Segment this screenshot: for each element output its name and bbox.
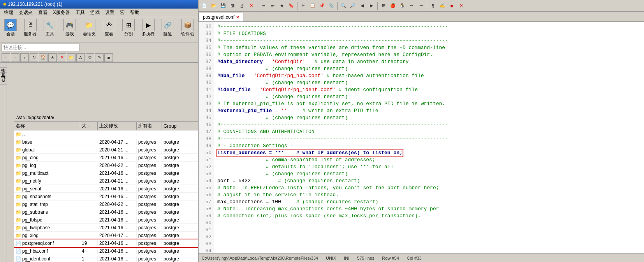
file-cell-name: 📁pg_multixact bbox=[14, 170, 80, 176]
bookmark-btn[interactable]: ★ bbox=[48, 53, 57, 62]
findnext-btn[interactable]: ▶ bbox=[367, 2, 376, 10]
file-cell-owner: postgres bbox=[137, 170, 162, 176]
find-btn[interactable]: 🔍 bbox=[339, 2, 348, 10]
view-btn[interactable]: 👁 查看 bbox=[100, 19, 118, 37]
delete-btn[interactable]: ✕ bbox=[58, 53, 66, 62]
print-btn[interactable]: 🖨 bbox=[238, 2, 246, 10]
file-row[interactable]: 📁pg_subtrans2021-04-16 ...postgrespostgr… bbox=[14, 208, 198, 216]
bookmark2-btn[interactable]: ★ bbox=[278, 2, 286, 10]
filter-btn[interactable]: A bbox=[76, 53, 85, 62]
menu-bar: 终端 会话夹 查看 X服务器 工具 游戏 设置 宏 帮助 bbox=[0, 9, 198, 17]
outdent-btn[interactable]: ⇤ bbox=[268, 2, 277, 10]
file-row[interactable]: 📁pg_log2020-04-22 ...postgrespostgre bbox=[14, 162, 198, 169]
session-folder-btn[interactable]: 📁 会话夹 bbox=[80, 19, 99, 37]
tunnel-btn[interactable]: 🔗 隧道 bbox=[159, 19, 177, 37]
indent-btn[interactable]: ⇥ bbox=[259, 2, 267, 10]
server-btn[interactable]: 🖥 服务器 bbox=[21, 19, 40, 37]
sessions-sidebar-icon[interactable]: 会话夹 bbox=[0, 63, 7, 68]
findprev-btn[interactable]: ◀ bbox=[358, 2, 366, 10]
file-row[interactable]: 📁pg_snapshots2021-04-16 ...postgrespostg… bbox=[14, 193, 198, 200]
close-file-btn[interactable]: ✕ bbox=[247, 2, 255, 10]
paste-btn[interactable]: 📌 bbox=[318, 2, 326, 10]
file-row[interactable]: 📁pg_multixact2021-04-16 ...postgrespostg… bbox=[14, 169, 198, 177]
session-btn[interactable]: 💬 会话 bbox=[2, 19, 20, 37]
file-cell-date: 2021-04-16 ... bbox=[98, 225, 137, 231]
file-cell-name: 📁base bbox=[14, 139, 80, 145]
file-cell-size: 1 bbox=[80, 256, 98, 262]
new-file-btn[interactable]: 📄 bbox=[200, 2, 209, 10]
col-size-header[interactable]: 大... bbox=[80, 122, 98, 130]
menu-games[interactable]: 游戏 bbox=[88, 9, 102, 17]
linux-icon[interactable]: 🐧 bbox=[398, 2, 406, 10]
file-row[interactable]: 📁pg_twophase2021-04-16 ...postgrespostgr… bbox=[14, 224, 198, 232]
menu-view[interactable]: 查看 bbox=[36, 9, 50, 17]
menu-tools[interactable]: 工具 bbox=[73, 9, 87, 17]
color-btn[interactable]: ■ bbox=[447, 2, 456, 10]
file-row[interactable]: 📄postgresql.conf192021-04-16 ...postgres… bbox=[14, 239, 198, 247]
save-btn[interactable]: 💾 bbox=[219, 2, 227, 10]
code-area[interactable]: #---------------------------------------… bbox=[214, 22, 644, 253]
split-btn[interactable]: ⊞ 分割 bbox=[120, 19, 138, 37]
back-btn[interactable]: ← bbox=[2, 53, 10, 62]
file-row[interactable]: 📁global2020-04-21 ...postgrespostgre bbox=[14, 146, 198, 154]
redo-btn[interactable]: ↪ bbox=[417, 2, 425, 10]
menu-settings[interactable]: 设置 bbox=[103, 9, 117, 17]
quick-connect-input[interactable] bbox=[2, 44, 79, 51]
menu-xserver[interactable]: X服务器 bbox=[51, 9, 72, 17]
file-row[interactable]: 📁pg_stat_tmp2020-04-22 ...postgrespostgr… bbox=[14, 200, 198, 208]
col-date-header[interactable]: 上次修改 bbox=[98, 122, 137, 130]
file-row[interactable]: 📁pg_xlog2020-04-17 ...postgrespostgre bbox=[14, 232, 198, 239]
mark-btn[interactable]: 🔖 bbox=[287, 2, 296, 10]
edit-btn[interactable]: ✎ bbox=[95, 53, 104, 62]
new-folder-btn[interactable]: 📁 bbox=[67, 53, 76, 62]
settings2-btn[interactable]: ⚙ bbox=[86, 53, 94, 62]
col-group-header[interactable]: Group bbox=[162, 123, 185, 130]
file-row[interactable]: 📁pg_clog2021-04-16 ...postgrespostgre bbox=[14, 154, 198, 162]
cut-btn[interactable]: ✂ bbox=[299, 2, 308, 10]
file-cell-date: 2021-04-16 ... bbox=[98, 248, 137, 254]
tab-close-btn[interactable]: ✕ bbox=[236, 15, 239, 19]
status-encoding: UNIX bbox=[326, 256, 336, 260]
file-cell-group: postgre bbox=[162, 147, 185, 153]
menu-macro[interactable]: 宏 bbox=[118, 9, 127, 17]
file-row[interactable]: 📁pg_serial2021-04-16 ...postgrespostgre bbox=[14, 185, 198, 193]
file-row[interactable]: 📁.. bbox=[14, 130, 198, 138]
menu-help[interactable]: 帮助 bbox=[128, 9, 142, 17]
menu-terminal[interactable]: 终端 bbox=[2, 9, 16, 17]
undo-btn[interactable]: ↩ bbox=[407, 2, 416, 10]
close2-btn[interactable]: ✕ bbox=[457, 2, 465, 10]
sftp-sidebar-icon[interactable]: sftp bbox=[0, 73, 7, 85]
apple-icon[interactable]: 🍎 bbox=[389, 2, 397, 10]
file-row[interactable]: 📁pg_tblspc2021-04-16 ...postgrespostgre bbox=[14, 216, 198, 224]
col-name-header[interactable]: 名称 bbox=[14, 122, 80, 130]
file-cell-owner: postgres bbox=[137, 155, 162, 161]
format-btn[interactable]: ¶ bbox=[429, 2, 437, 10]
tools-btn[interactable]: 🔧 工具 bbox=[41, 19, 59, 37]
square-btn[interactable]: ■ bbox=[104, 53, 113, 62]
games-btn[interactable]: 🎮 游戏 bbox=[61, 19, 79, 37]
copy-btn[interactable]: 📋 bbox=[308, 2, 317, 10]
multiexec-btn[interactable]: ▶ 多执行 bbox=[139, 19, 158, 37]
open-btn[interactable]: 📂 bbox=[209, 2, 218, 10]
code-line: # defaults to 'localhost'; use '*' for a… bbox=[217, 164, 641, 171]
file-row[interactable]: 📁pg_notify2021-04-21 ...postgrespostgre bbox=[14, 177, 198, 185]
active-tab[interactable]: postgresql.conf ✕ bbox=[199, 13, 243, 21]
script-btn[interactable]: ✍ bbox=[438, 2, 447, 10]
tools-sidebar-icon[interactable]: 工具 bbox=[0, 68, 7, 73]
replace-btn[interactable]: 🔎 bbox=[348, 2, 357, 10]
home-btn[interactable]: 🏠 bbox=[39, 53, 48, 62]
windows-icon[interactable]: ⊞ bbox=[379, 2, 388, 10]
package-btn[interactable]: 📦 软件包 bbox=[179, 19, 197, 37]
up-btn[interactable]: ↑ bbox=[20, 53, 29, 62]
refresh-btn[interactable]: ↻ bbox=[30, 53, 38, 62]
file-row[interactable]: 📄pg_ident.conf12021-04-16 ...postgrespos… bbox=[14, 255, 198, 262]
forward-btn[interactable]: → bbox=[11, 53, 19, 62]
paste2-btn[interactable]: 📎 bbox=[327, 2, 336, 10]
file-row[interactable]: 📁base2020-04-17 ...postgrespostgre bbox=[14, 138, 198, 146]
file-cell-owner: postgres bbox=[137, 178, 162, 184]
save-all-btn[interactable]: 🖫 bbox=[228, 2, 237, 10]
col-owner-header[interactable]: 所有者 bbox=[137, 122, 162, 130]
code-line: # FILE LOCATIONS bbox=[217, 30, 641, 37]
menu-sessions[interactable]: 会话夹 bbox=[16, 9, 35, 17]
file-row[interactable]: 📄pg_hba.conf42021-04-16 ...postgrespostg… bbox=[14, 247, 198, 255]
